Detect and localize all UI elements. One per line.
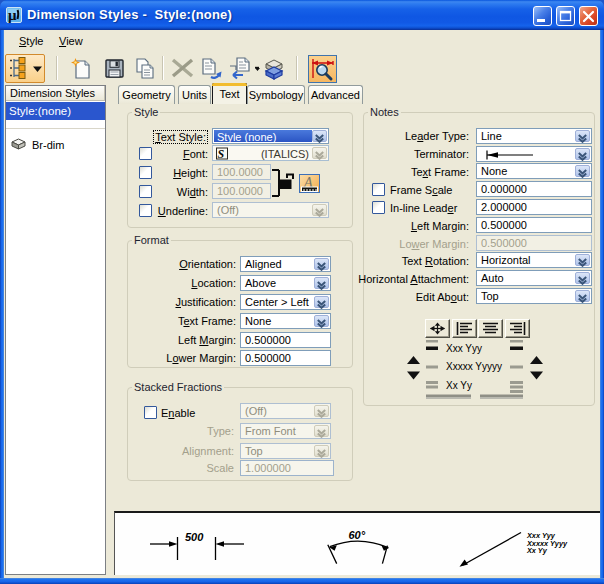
svg-text:Xxxxx Yyyyy: Xxxxx Yyyyy (446, 361, 502, 372)
svg-text:S: S (218, 147, 225, 160)
svg-text:μ: μ (8, 7, 17, 23)
svg-text:Xx Yy: Xx Yy (526, 546, 548, 555)
svg-text:60°: 60° (349, 529, 366, 541)
svg-text:500: 500 (185, 531, 204, 543)
svg-text:Xx Yy: Xx Yy (446, 380, 472, 391)
svg-text:Xxx Yyy: Xxx Yyy (446, 343, 482, 354)
